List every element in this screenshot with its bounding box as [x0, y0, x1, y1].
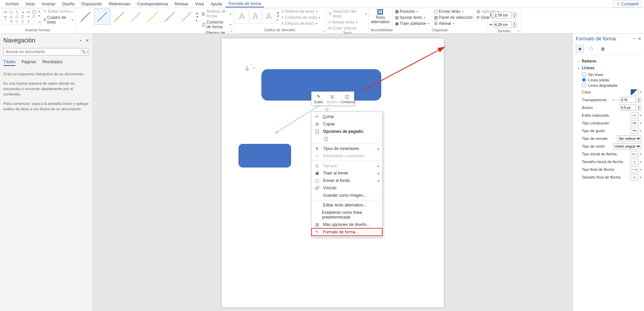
- ctx-paste-option-1[interactable]: 📋: [312, 135, 382, 143]
- menu-insertar[interactable]: Insertar: [38, 1, 59, 7]
- radio-gradient-line[interactable]: Línea degradada: [582, 83, 641, 87]
- fp-lines-label: Líneas: [582, 66, 595, 70]
- transparency-input[interactable]: [620, 97, 636, 103]
- text-effects-button[interactable]: AEfectos de texto▾: [281, 21, 320, 26]
- line-width-input[interactable]: [620, 105, 636, 111]
- prop-compound-label: Tipo compuesto: [582, 121, 609, 125]
- color-picker[interactable]: [631, 89, 639, 95]
- group-arrange: ▦Posición▾ ▤Ajustar texto▾ ▣Traer adelan…: [393, 8, 487, 33]
- menu-archivo[interactable]: Archivo: [2, 1, 22, 7]
- ctx-copy[interactable]: ⧉Copiar: [312, 120, 382, 128]
- connector-handle-mid[interactable]: [326, 108, 328, 111]
- wordart-gallery[interactable]: AAA ▲▼▾: [236, 9, 279, 24]
- align-icon: ☰: [434, 22, 438, 26]
- mini-style[interactable]: ✎Estilo: [312, 92, 326, 105]
- ctx-more-layout[interactable]: ▤Más opciones de diseño...: [312, 221, 382, 228]
- ctx-save-image[interactable]: Guardar como imagen...: [312, 192, 382, 199]
- nav-tab-titles[interactable]: Títulos: [3, 60, 15, 66]
- text-fill-button[interactable]: ARelleno de texto▾: [281, 9, 320, 14]
- dash-dropdown[interactable]: [631, 128, 639, 134]
- document-canvas[interactable]: ⌐ ¬ ⚓ ↵ ✎Estilo ◧Relleno ◫Contorno ✂Cort…: [93, 34, 573, 311]
- wordart-launcher[interactable]: ↘: [322, 29, 325, 33]
- textbox-button[interactable]: ACuadro de texto▾: [43, 15, 73, 25]
- selection-pane-button[interactable]: ▥Panel de selección: [434, 15, 474, 20]
- ctx-format-shape[interactable]: ✎Formato de forma...: [312, 228, 382, 236]
- position-button[interactable]: ▦Posición▾: [395, 9, 432, 14]
- align-text-button[interactable]: ≡Alinear texto▾: [328, 20, 366, 25]
- radio-solid-line[interactable]: Línea sólida: [582, 78, 641, 82]
- size-launcher[interactable]: ↘: [517, 29, 520, 33]
- wordart-gallery-scroll[interactable]: ▲▼▾: [277, 11, 279, 22]
- menu-disposicion[interactable]: Disposición: [78, 1, 105, 7]
- mini-fill[interactable]: ◧Relleno: [326, 92, 340, 105]
- fp-fill-header[interactable]: ▷Relleno: [576, 58, 641, 65]
- edit-shape-button[interactable]: ✎Editar forma▾: [43, 9, 73, 14]
- ctx-alt-text[interactable]: Editar texto alternativo...: [312, 201, 382, 209]
- ctx-default-line[interactable]: Establecer como línea predeterminada: [312, 209, 382, 221]
- menu-revisar[interactable]: Revisar: [171, 1, 192, 7]
- shape-styles-launcher[interactable]: ↘: [229, 29, 232, 33]
- end-arrow-dropdown[interactable]: ⟶: [631, 166, 639, 172]
- begin-size-dropdown[interactable]: ≡: [631, 159, 639, 165]
- line-width-spinner[interactable]: ▲▼: [637, 105, 641, 111]
- wrap-text-button[interactable]: ▤Ajustar texto▾: [395, 15, 432, 20]
- shape-style-gallery[interactable]: ▲▼▾: [77, 9, 199, 25]
- create-link-button[interactable]: ⧉Crear vínculo: [328, 26, 366, 31]
- join-select[interactable]: Unión angular: [613, 143, 641, 149]
- nav-search-button[interactable]: 🔍▾: [80, 48, 89, 55]
- ctx-bring-front[interactable]: ▣Traer al frente▸: [312, 169, 382, 177]
- height-spinner[interactable]: ▲▼: [512, 12, 517, 18]
- connector-handle-start[interactable]: [275, 131, 278, 134]
- radio-no-line[interactable]: Sin línea: [582, 72, 641, 77]
- gallery-scroll[interactable]: ▲▼▾: [196, 12, 199, 22]
- end-size-dropdown[interactable]: ≡: [631, 174, 639, 180]
- text-outline-label: Contorno de texto: [285, 15, 317, 20]
- shapes-gallery[interactable]: ▭▢╲↘▭◯ ▭△◇⬡⇨⬠ ⌒∿☆{}⋯ ▲ ▼ ▾: [2, 9, 41, 25]
- shape-fill-button[interactable]: ◧Relleno de forma▾: [202, 9, 231, 19]
- ctx-link[interactable]: 🔗Vínculo: [312, 184, 382, 192]
- width-spinner[interactable]: ▲▼: [512, 22, 517, 28]
- send-backward-button[interactable]: ▢Enviar atrás▾: [434, 9, 474, 14]
- chevron-right-icon: ▸: [378, 164, 380, 168]
- menu-correspondencia[interactable]: Correspondencia: [134, 1, 171, 7]
- shape-rect-small[interactable]: [239, 144, 291, 167]
- height-input[interactable]: [493, 12, 511, 18]
- menu-ayuda[interactable]: Ayuda: [207, 1, 225, 7]
- ctx-cut[interactable]: ✂Cortar: [312, 113, 382, 120]
- menu-inicio[interactable]: Inicio: [22, 1, 38, 7]
- nav-tab-pages[interactable]: Páginas: [22, 60, 36, 66]
- share-button[interactable]: ⇪Compartir: [613, 1, 642, 7]
- nav-tab-results[interactable]: Resultados: [42, 60, 62, 66]
- fp-tab-effects[interactable]: ⬠: [587, 45, 595, 53]
- sketch-dropdown[interactable]: [631, 112, 639, 118]
- fp-tab-layout[interactable]: ▦: [599, 45, 607, 53]
- ctx-send-back[interactable]: ▢Enviar al fondo▸: [312, 177, 382, 184]
- text-outline-button[interactable]: AContorno de texto▾: [281, 15, 320, 20]
- compound-dropdown[interactable]: [631, 120, 639, 126]
- bring-forward-button[interactable]: ▣Traer adelante▾: [395, 21, 432, 26]
- color-dropdown[interactable]: ▾: [640, 91, 641, 94]
- mini-outline[interactable]: ◫Contorno: [340, 92, 354, 105]
- alt-text-button[interactable]: 🖼 Texto alternativo: [371, 9, 390, 24]
- chevron-right-icon: ▸: [378, 171, 380, 175]
- fp-close-button[interactable]: ✕: [638, 36, 641, 41]
- group-label-arrange: Organizar: [395, 28, 485, 33]
- ctx-connector-types[interactable]: ↯Tipos de conectores▸: [312, 145, 382, 152]
- align-button[interactable]: ☰Alinear▾: [434, 21, 474, 26]
- menu-vista[interactable]: Vista: [192, 1, 207, 7]
- menu-diseno[interactable]: Diseño: [59, 1, 78, 7]
- fp-tab-fill-line[interactable]: ◆: [576, 45, 584, 53]
- group-accessibility: 🖼 Texto alternativo Accesibilidad: [369, 8, 393, 33]
- transparency-spinner[interactable]: ▲▼: [637, 97, 641, 103]
- fp-lines-header[interactable]: ▿Líneas: [576, 65, 641, 71]
- menu-referencias[interactable]: Referencias: [105, 1, 134, 7]
- text-direction-button[interactable]: ⇅Dirección del texto▾: [328, 9, 366, 19]
- begin-arrow-dropdown[interactable]: ⟵: [631, 151, 639, 157]
- menu-formato-de-forma[interactable]: Formato de forma: [225, 1, 264, 7]
- group-label-insert-shapes: Insertar formas: [2, 28, 73, 33]
- cap-select[interactable]: Sin relieve: [617, 135, 641, 142]
- width-input[interactable]: [493, 21, 511, 28]
- fp-options-dropdown[interactable]: ▾: [633, 37, 635, 40]
- nav-search-input[interactable]: [4, 48, 80, 55]
- shape-outline-button[interactable]: ◫Contorno de forma▾: [202, 20, 231, 30]
